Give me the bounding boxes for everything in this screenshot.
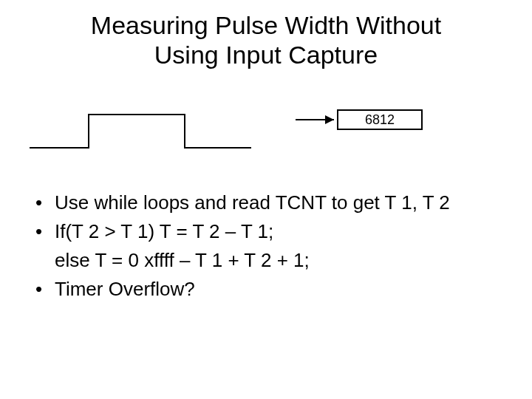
title-line-1: Measuring Pulse Width Without bbox=[91, 11, 441, 39]
bullet-item-3: Timer Overflow? bbox=[33, 276, 499, 302]
pulse-waveform-diagram bbox=[0, 107, 532, 166]
slide-title: Measuring Pulse Width Without Using Inpu… bbox=[0, 10, 532, 69]
slide: Measuring Pulse Width Without Using Inpu… bbox=[0, 0, 532, 399]
bullet-item-2: If(T 2 > T 1) T = T 2 – T 1; bbox=[33, 219, 499, 245]
bullet-text: Use while loops and read TCNT to get T 1… bbox=[55, 191, 450, 214]
counter-value: 6812 bbox=[365, 112, 395, 127]
bullet-list: Use while loops and read TCNT to get T 1… bbox=[33, 190, 499, 305]
bullet-item-1: Use while loops and read TCNT to get T 1… bbox=[33, 190, 499, 216]
bullet-text: If(T 2 > T 1) T = T 2 – T 1; bbox=[55, 220, 273, 242]
bullet-item-2-cont: else T = 0 xffff – T 1 + T 2 + 1; bbox=[33, 248, 499, 273]
counter-value-box: 6812 bbox=[337, 109, 423, 130]
arrow-head-icon bbox=[325, 115, 334, 124]
bullet-text: Timer Overflow? bbox=[55, 278, 195, 300]
pulse-trace bbox=[30, 115, 251, 148]
bullet-text: else T = 0 xffff – T 1 + T 2 + 1; bbox=[55, 249, 310, 271]
title-line-2: Using Input Capture bbox=[154, 41, 378, 69]
